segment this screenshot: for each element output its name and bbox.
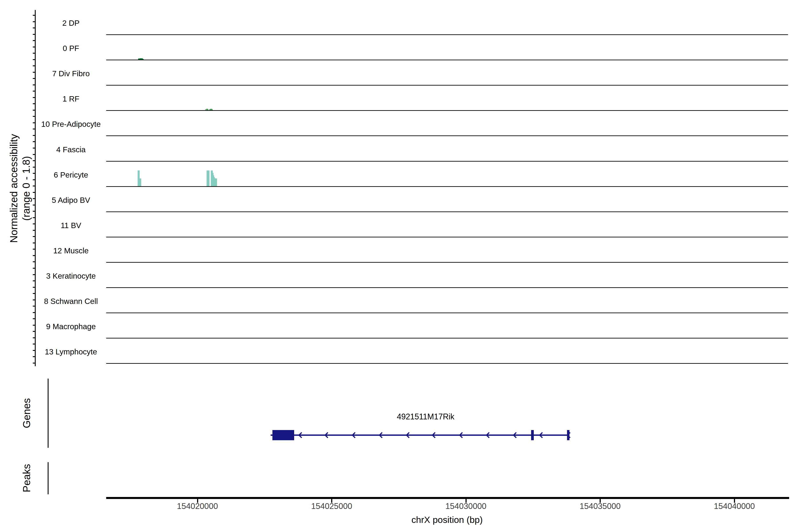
track-label: 2 DP (20, 18, 122, 28)
y-axis-tick (33, 135, 35, 136)
y-axis-tick (33, 116, 35, 117)
y-axis-tick (33, 217, 35, 218)
y-axis-tick (33, 84, 35, 86)
y-axis-tick (33, 268, 35, 269)
x-axis-title: chrX position (bp) (412, 514, 482, 525)
track-label: 3 Keratinocyte (20, 271, 122, 281)
gene-strand-arrow-icon (539, 432, 544, 438)
track-baseline (106, 262, 788, 263)
y-axis-tick (33, 110, 35, 111)
gene-strand-arrow-icon (352, 432, 356, 438)
peaks-section-bracket (48, 462, 49, 494)
track-label: 11 BV (20, 221, 122, 230)
track-label: 4 Fascia (20, 145, 122, 154)
gene-exon (272, 430, 294, 440)
gene-strand-arrow-icon (324, 432, 329, 438)
x-axis-tick-label: 154030000 (445, 501, 486, 511)
track-baseline (106, 287, 788, 288)
track-label: 13 Lymphocyte (20, 347, 122, 357)
track-baseline (106, 85, 788, 86)
gene-strand-arrow-icon (566, 432, 571, 438)
x-axis-tick-label: 154035000 (580, 501, 621, 511)
track-label: 9 Macrophage (20, 322, 122, 331)
gene-exon (531, 430, 534, 440)
track-label: 6 Pericyte (20, 170, 122, 179)
y-axis-tick (33, 40, 35, 41)
gene-strand-arrow-icon (486, 432, 490, 438)
track-baseline (106, 237, 788, 238)
gene-strand-arrow-icon (513, 432, 517, 438)
track-label: 0 PF (20, 44, 122, 53)
gene-strand-arrow-icon (298, 432, 303, 438)
y-axis-tick (33, 337, 35, 338)
y-axis-tick (33, 65, 35, 66)
y-axis-tick (33, 363, 35, 363)
signal-peak (138, 170, 140, 186)
track-label: 8 Schwann Cell (20, 297, 122, 306)
y-axis-tick (33, 236, 35, 237)
track-baseline (106, 363, 788, 364)
y-axis-tick (33, 344, 35, 344)
x-axis-tick-label: 154020000 (177, 501, 218, 511)
signal-peak (140, 178, 141, 186)
track-label: 7 Div Fibro (20, 69, 122, 78)
y-axis-tick (33, 34, 35, 35)
y-axis-tick (33, 287, 35, 288)
y-axis-tick (33, 141, 35, 142)
y-axis-tick (33, 91, 35, 92)
peaks-section-label: Peaks (20, 464, 33, 492)
signal-peak (207, 170, 209, 186)
y-axis-tick (33, 312, 35, 313)
track-label: 5 Adipo BV (20, 195, 122, 205)
y-axis-tick (33, 186, 35, 186)
track-label: 10 Pre-Adipocyte (20, 119, 122, 129)
y-axis-tick (33, 59, 35, 60)
track-baseline (106, 211, 788, 212)
gene-strand-arrow-icon (431, 432, 436, 438)
signal-peak (211, 170, 213, 186)
y-axis-tick (33, 192, 35, 193)
track-baseline (106, 161, 788, 162)
track-baseline (106, 135, 788, 136)
y-axis-tick (33, 293, 35, 294)
y-axis-tick (33, 261, 35, 262)
track-baseline (106, 186, 788, 187)
gene-name: 4921511M17Rik (397, 412, 454, 422)
gene-strand-arrow-icon (459, 432, 463, 438)
gene-strand-arrow-icon (378, 432, 383, 438)
y-axis-tick (33, 160, 35, 161)
x-axis-tick-label: 154040000 (714, 501, 755, 511)
y-axis-title-line1: Normalized accessibility (7, 134, 20, 243)
y-axis-tick (33, 318, 35, 319)
coverage-plot-figure: Normalized accessibility (range 0 - 1.8)… (0, 0, 798, 532)
y-axis-tick (33, 167, 35, 168)
track-baseline (106, 338, 788, 339)
gene-strand-arrow-icon (405, 432, 410, 438)
y-axis-tick (33, 211, 35, 212)
x-axis-tick-label: 154025000 (311, 501, 352, 511)
genes-section-bracket (48, 379, 49, 448)
track-baseline (106, 34, 788, 35)
track-label: 1 RF (20, 94, 122, 103)
genes-section-label: Genes (20, 398, 33, 428)
gene-body-line (271, 435, 569, 436)
track-label: 12 Muscle (20, 246, 122, 255)
track-baseline (106, 110, 788, 111)
x-axis-line (106, 497, 789, 499)
track-baseline (106, 60, 788, 60)
signal-peak (215, 178, 217, 186)
y-axis-tick (33, 243, 35, 243)
y-axis-tick (33, 15, 35, 16)
track-baseline (106, 312, 788, 313)
